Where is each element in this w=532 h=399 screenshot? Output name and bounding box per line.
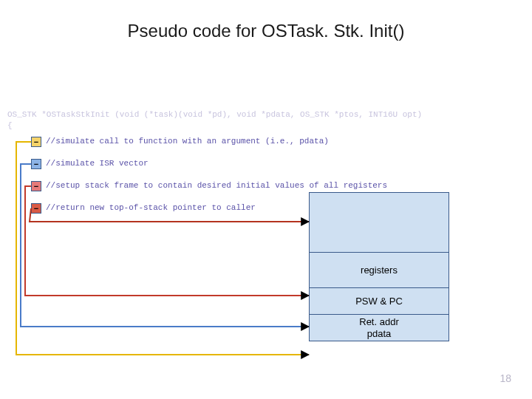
stack-cell-registers: registers	[310, 252, 449, 287]
stack-ret-addr: Ret. addr	[359, 316, 398, 328]
stack-pdata: pdata	[359, 328, 398, 340]
connector-overlay	[0, 0, 532, 399]
stack-diagram: registers PSW & PC Ret. addr pdata	[309, 192, 449, 341]
stack-cell-ret-pdata: Ret. addr pdata	[310, 314, 449, 341]
step-box-2	[31, 159, 41, 169]
stack-cell-top	[310, 193, 449, 252]
page-number: 18	[499, 372, 511, 384]
comment-1: //simulate call to function with an argu…	[46, 137, 329, 146]
code-signature: OS_STK *OSTaskStkInit (void (*task)(void…	[7, 109, 422, 132]
slide-title: Pseudo code for OSTask. Stk. Init()	[0, 21, 532, 41]
step-box-4	[31, 203, 41, 214]
comment-2: //simulate ISR vector	[46, 159, 149, 168]
comment-4: //return new top-of-stack pointer to cal…	[46, 203, 256, 212]
step-box-1	[31, 137, 41, 147]
step-box-3	[31, 181, 41, 191]
comment-3: //setup stack frame to contain desired i…	[46, 181, 387, 190]
stack-cell-psw-pc: PSW & PC	[310, 287, 449, 314]
